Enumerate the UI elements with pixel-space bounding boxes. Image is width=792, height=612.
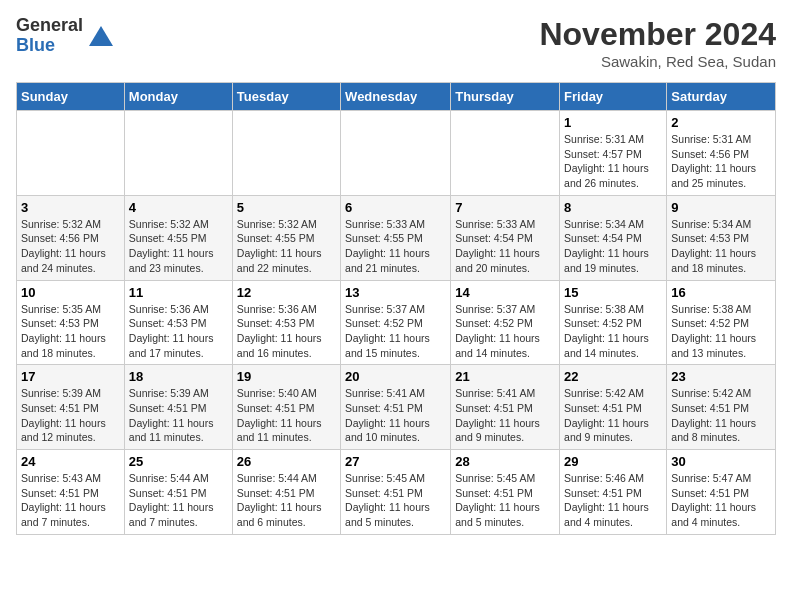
calendar-cell: 15Sunrise: 5:38 AMSunset: 4:52 PMDayligh…: [560, 280, 667, 365]
calendar-table: SundayMondayTuesdayWednesdayThursdayFrid…: [16, 82, 776, 535]
calendar-cell: 6Sunrise: 5:33 AMSunset: 4:55 PMDaylight…: [341, 195, 451, 280]
day-number: 3: [21, 200, 120, 215]
calendar-cell: 23Sunrise: 5:42 AMSunset: 4:51 PMDayligh…: [667, 365, 776, 450]
logo-icon: [87, 22, 115, 50]
page-header: General Blue November 2024 Sawakin, Red …: [16, 16, 776, 70]
day-info: Sunrise: 5:44 AMSunset: 4:51 PMDaylight:…: [237, 471, 336, 530]
day-info: Sunrise: 5:33 AMSunset: 4:55 PMDaylight:…: [345, 217, 446, 276]
month-title: November 2024: [539, 16, 776, 53]
calendar-cell: 4Sunrise: 5:32 AMSunset: 4:55 PMDaylight…: [124, 195, 232, 280]
calendar-cell: 5Sunrise: 5:32 AMSunset: 4:55 PMDaylight…: [232, 195, 340, 280]
calendar-cell: 28Sunrise: 5:45 AMSunset: 4:51 PMDayligh…: [451, 450, 560, 535]
day-number: 6: [345, 200, 446, 215]
day-info: Sunrise: 5:31 AMSunset: 4:56 PMDaylight:…: [671, 132, 771, 191]
calendar-week-5: 24Sunrise: 5:43 AMSunset: 4:51 PMDayligh…: [17, 450, 776, 535]
calendar-week-1: 1Sunrise: 5:31 AMSunset: 4:57 PMDaylight…: [17, 111, 776, 196]
weekday-header-wednesday: Wednesday: [341, 83, 451, 111]
day-info: Sunrise: 5:47 AMSunset: 4:51 PMDaylight:…: [671, 471, 771, 530]
day-info: Sunrise: 5:45 AMSunset: 4:51 PMDaylight:…: [345, 471, 446, 530]
weekday-header-saturday: Saturday: [667, 83, 776, 111]
calendar-cell: 22Sunrise: 5:42 AMSunset: 4:51 PMDayligh…: [560, 365, 667, 450]
day-info: Sunrise: 5:45 AMSunset: 4:51 PMDaylight:…: [455, 471, 555, 530]
svg-marker-0: [89, 26, 113, 46]
day-info: Sunrise: 5:43 AMSunset: 4:51 PMDaylight:…: [21, 471, 120, 530]
day-number: 8: [564, 200, 662, 215]
weekday-header-monday: Monday: [124, 83, 232, 111]
day-number: 18: [129, 369, 228, 384]
day-number: 23: [671, 369, 771, 384]
logo-text: General Blue: [16, 16, 83, 56]
day-info: Sunrise: 5:32 AMSunset: 4:55 PMDaylight:…: [237, 217, 336, 276]
title-area: November 2024 Sawakin, Red Sea, Sudan: [539, 16, 776, 70]
day-number: 26: [237, 454, 336, 469]
weekday-header-thursday: Thursday: [451, 83, 560, 111]
day-number: 15: [564, 285, 662, 300]
day-info: Sunrise: 5:32 AMSunset: 4:55 PMDaylight:…: [129, 217, 228, 276]
day-number: 16: [671, 285, 771, 300]
day-number: 19: [237, 369, 336, 384]
day-number: 29: [564, 454, 662, 469]
day-info: Sunrise: 5:42 AMSunset: 4:51 PMDaylight:…: [564, 386, 662, 445]
logo-blue: Blue: [16, 36, 83, 56]
day-info: Sunrise: 5:41 AMSunset: 4:51 PMDaylight:…: [345, 386, 446, 445]
day-number: 21: [455, 369, 555, 384]
calendar-cell: 20Sunrise: 5:41 AMSunset: 4:51 PMDayligh…: [341, 365, 451, 450]
calendar-cell: 19Sunrise: 5:40 AMSunset: 4:51 PMDayligh…: [232, 365, 340, 450]
calendar-cell: [17, 111, 125, 196]
day-number: 11: [129, 285, 228, 300]
calendar-week-4: 17Sunrise: 5:39 AMSunset: 4:51 PMDayligh…: [17, 365, 776, 450]
weekday-header-sunday: Sunday: [17, 83, 125, 111]
calendar-cell: 8Sunrise: 5:34 AMSunset: 4:54 PMDaylight…: [560, 195, 667, 280]
calendar-cell: 11Sunrise: 5:36 AMSunset: 4:53 PMDayligh…: [124, 280, 232, 365]
day-number: 13: [345, 285, 446, 300]
day-info: Sunrise: 5:42 AMSunset: 4:51 PMDaylight:…: [671, 386, 771, 445]
day-number: 17: [21, 369, 120, 384]
day-number: 25: [129, 454, 228, 469]
logo-general: General: [16, 16, 83, 36]
day-number: 4: [129, 200, 228, 215]
calendar-cell: 1Sunrise: 5:31 AMSunset: 4:57 PMDaylight…: [560, 111, 667, 196]
day-info: Sunrise: 5:37 AMSunset: 4:52 PMDaylight:…: [455, 302, 555, 361]
calendar-cell: [232, 111, 340, 196]
day-info: Sunrise: 5:37 AMSunset: 4:52 PMDaylight:…: [345, 302, 446, 361]
calendar-cell: 25Sunrise: 5:44 AMSunset: 4:51 PMDayligh…: [124, 450, 232, 535]
calendar-cell: 10Sunrise: 5:35 AMSunset: 4:53 PMDayligh…: [17, 280, 125, 365]
calendar-cell: 9Sunrise: 5:34 AMSunset: 4:53 PMDaylight…: [667, 195, 776, 280]
calendar-cell: 7Sunrise: 5:33 AMSunset: 4:54 PMDaylight…: [451, 195, 560, 280]
day-info: Sunrise: 5:34 AMSunset: 4:54 PMDaylight:…: [564, 217, 662, 276]
calendar-cell: 14Sunrise: 5:37 AMSunset: 4:52 PMDayligh…: [451, 280, 560, 365]
calendar-cell: 26Sunrise: 5:44 AMSunset: 4:51 PMDayligh…: [232, 450, 340, 535]
calendar-cell: 21Sunrise: 5:41 AMSunset: 4:51 PMDayligh…: [451, 365, 560, 450]
logo: General Blue: [16, 16, 115, 56]
day-info: Sunrise: 5:41 AMSunset: 4:51 PMDaylight:…: [455, 386, 555, 445]
day-number: 28: [455, 454, 555, 469]
weekday-header-friday: Friday: [560, 83, 667, 111]
calendar-cell: 2Sunrise: 5:31 AMSunset: 4:56 PMDaylight…: [667, 111, 776, 196]
calendar-cell: 12Sunrise: 5:36 AMSunset: 4:53 PMDayligh…: [232, 280, 340, 365]
calendar-week-2: 3Sunrise: 5:32 AMSunset: 4:56 PMDaylight…: [17, 195, 776, 280]
calendar-cell: 30Sunrise: 5:47 AMSunset: 4:51 PMDayligh…: [667, 450, 776, 535]
calendar-cell: 16Sunrise: 5:38 AMSunset: 4:52 PMDayligh…: [667, 280, 776, 365]
day-number: 1: [564, 115, 662, 130]
day-number: 7: [455, 200, 555, 215]
calendar-cell: 13Sunrise: 5:37 AMSunset: 4:52 PMDayligh…: [341, 280, 451, 365]
calendar-week-3: 10Sunrise: 5:35 AMSunset: 4:53 PMDayligh…: [17, 280, 776, 365]
calendar-cell: [124, 111, 232, 196]
day-info: Sunrise: 5:38 AMSunset: 4:52 PMDaylight:…: [671, 302, 771, 361]
day-number: 20: [345, 369, 446, 384]
day-number: 5: [237, 200, 336, 215]
weekday-header-tuesday: Tuesday: [232, 83, 340, 111]
calendar-cell: 27Sunrise: 5:45 AMSunset: 4:51 PMDayligh…: [341, 450, 451, 535]
day-number: 24: [21, 454, 120, 469]
day-info: Sunrise: 5:36 AMSunset: 4:53 PMDaylight:…: [129, 302, 228, 361]
day-number: 10: [21, 285, 120, 300]
day-number: 27: [345, 454, 446, 469]
day-number: 30: [671, 454, 771, 469]
day-info: Sunrise: 5:46 AMSunset: 4:51 PMDaylight:…: [564, 471, 662, 530]
calendar-cell: 29Sunrise: 5:46 AMSunset: 4:51 PMDayligh…: [560, 450, 667, 535]
day-info: Sunrise: 5:44 AMSunset: 4:51 PMDaylight:…: [129, 471, 228, 530]
calendar-cell: 3Sunrise: 5:32 AMSunset: 4:56 PMDaylight…: [17, 195, 125, 280]
day-info: Sunrise: 5:39 AMSunset: 4:51 PMDaylight:…: [21, 386, 120, 445]
day-number: 14: [455, 285, 555, 300]
location-title: Sawakin, Red Sea, Sudan: [539, 53, 776, 70]
